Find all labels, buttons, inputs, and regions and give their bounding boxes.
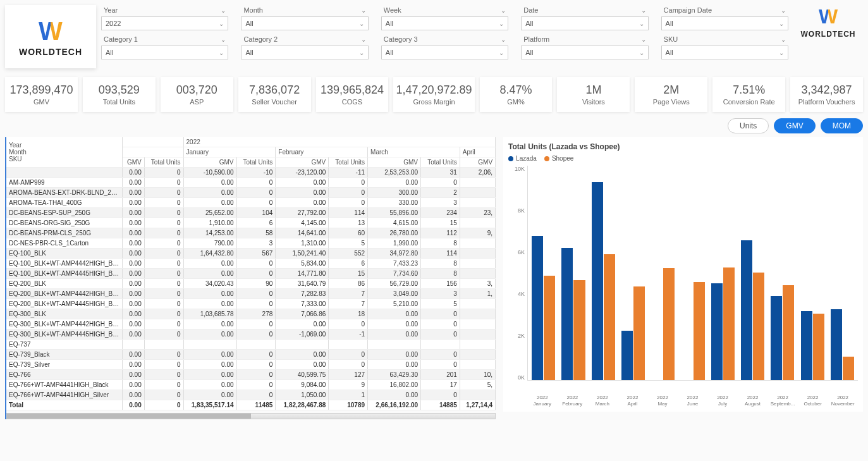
filter-select-platform[interactable]: All⌄ bbox=[521, 46, 648, 59]
toggle-mom[interactable]: MOM bbox=[821, 118, 863, 133]
kpi-value: 1M bbox=[559, 83, 627, 97]
units-chart: Total Units (Lazada vs Shopee) LazadaSho… bbox=[503, 137, 863, 412]
cell-value: 5,210.00 bbox=[368, 299, 421, 309]
cell-value: 16,802.00 bbox=[368, 380, 421, 390]
filter-select-sku[interactable]: All⌄ bbox=[661, 46, 788, 59]
filter-select-category 2[interactable]: All⌄ bbox=[241, 46, 368, 59]
x-tick: 2022July bbox=[707, 393, 738, 407]
table-row[interactable]: EQ-200_BLK0.00034,020.439031,640.798656,… bbox=[6, 279, 496, 289]
kpi-label: Gross Margin bbox=[396, 98, 472, 106]
cell-value: 31,640.79 bbox=[276, 279, 329, 289]
table-row[interactable]: DC-BEANS-ORG-SIG_250G0.0001,910.0064,145… bbox=[6, 218, 496, 228]
bar[interactable] bbox=[771, 296, 782, 380]
cell-value: 1,910.00 bbox=[183, 218, 236, 228]
table-row[interactable]: EQ-766+WT-AMP4441HIGH_Silver0.0000.0001,… bbox=[6, 390, 496, 400]
cell-value bbox=[460, 259, 495, 269]
kpi-card: 1,47,20,972.89Gross Margin bbox=[393, 77, 474, 112]
cell-value: 0 bbox=[144, 228, 183, 238]
filter-label: Campaign Date⌄ bbox=[661, 5, 788, 15]
table-row[interactable]: AM-AMP9990.0000.0000.0000.000 bbox=[6, 178, 496, 188]
filter-select-category 1[interactable]: All⌄ bbox=[101, 46, 228, 59]
bar[interactable] bbox=[633, 286, 645, 380]
bar[interactable] bbox=[663, 268, 675, 380]
table-row[interactable]: EQ-7660.0000.00040,599.7512763,429.30201… bbox=[6, 370, 496, 380]
bar[interactable] bbox=[604, 254, 615, 380]
bar[interactable] bbox=[741, 240, 752, 380]
table-row[interactable]: EQ-739_Silver0.0000.0000.0000.000 bbox=[6, 360, 496, 370]
bar-group bbox=[678, 282, 707, 380]
filter-select-campaign date[interactable]: All⌄ bbox=[661, 16, 788, 30]
bar[interactable] bbox=[711, 283, 723, 380]
filter-select-month[interactable]: All⌄ bbox=[241, 16, 368, 30]
table-row[interactable]: EQ-100_BLK0.0001,64,432.805671,50,241.40… bbox=[6, 249, 496, 259]
table-row[interactable]: EQ-300_BLK+WT-AMP4445HIGH_Black0.0000.00… bbox=[6, 329, 496, 340]
cell-value: 0 bbox=[329, 319, 368, 329]
filter-select-year[interactable]: 2022⌄ bbox=[101, 16, 228, 30]
data-table[interactable]: Year Month SKU 2022 January February Mar… bbox=[5, 137, 496, 419]
table-row[interactable]: EQ-300_BLK0.0001,03,685.782787,066.86180… bbox=[6, 309, 496, 319]
table-horizontal-scrollbar[interactable] bbox=[6, 413, 496, 419]
th-sku: SKU bbox=[9, 156, 119, 163]
kpi-label: Visitors bbox=[559, 98, 627, 106]
cell-value: 1,03,685.78 bbox=[183, 309, 236, 319]
cell-value: 90 bbox=[236, 279, 276, 289]
x-tick: 2022November bbox=[828, 393, 858, 407]
bar[interactable] bbox=[843, 357, 854, 380]
bar[interactable] bbox=[694, 282, 705, 380]
table-row[interactable]: DC-NES-PBR-CLS_1Carton0.000790.0031,310.… bbox=[6, 238, 496, 249]
cell-sku: EQ-200_BLK+WT-AMP4442HIGH_Black bbox=[6, 289, 122, 299]
bar[interactable] bbox=[813, 314, 824, 380]
table-row[interactable]: DC-BEANS-ESP-SUP_250G0.00025,652.0010427… bbox=[6, 208, 496, 218]
table-row[interactable]: EQ-737 bbox=[6, 340, 496, 350]
bar[interactable] bbox=[723, 267, 735, 381]
table-row[interactable]: DC-BEANS-PRM-CLS_250G0.00014,253.005814,… bbox=[6, 228, 496, 238]
table-row[interactable]: AROMA-BEANS-EXT-DRK-BLND_250G0.0000.0000… bbox=[6, 188, 496, 198]
bar-group bbox=[649, 268, 677, 380]
cell-value: 0.00 bbox=[122, 218, 144, 228]
filter-select-category 3[interactable]: All⌄ bbox=[381, 46, 508, 59]
filter-select-week[interactable]: All⌄ bbox=[381, 16, 508, 30]
table-row[interactable]: EQ-300_BLK+WT-AMP4442HIGH_Black0.0000.00… bbox=[6, 319, 496, 329]
bar[interactable] bbox=[532, 236, 543, 380]
filter-select-date[interactable]: All⌄ bbox=[521, 16, 648, 30]
kpi-value: 003,720 bbox=[163, 83, 231, 97]
bar[interactable] bbox=[544, 276, 555, 380]
cell-value: 0.00 bbox=[122, 269, 144, 279]
table-row[interactable]: EQ-100_BLK+WT-AMP4445HIGH_Black0.0000.00… bbox=[6, 269, 496, 279]
kpi-card: 003,720ASP bbox=[161, 77, 233, 112]
chevron-down-icon: ⌄ bbox=[499, 49, 504, 56]
cell-value: 300.00 bbox=[368, 188, 421, 198]
cell-value: 58 bbox=[236, 228, 276, 238]
cell-sku: AROMA-BEANS-EXT-DRK-BLND_250G bbox=[6, 188, 122, 198]
toggle-units[interactable]: Units bbox=[728, 118, 769, 133]
table-row[interactable]: EQ-739_Black0.0000.0000.0000.000 bbox=[6, 350, 496, 360]
bar[interactable] bbox=[621, 331, 633, 380]
chevron-down-icon: ⌄ bbox=[219, 20, 224, 27]
cell-value: 0 bbox=[144, 289, 183, 299]
cell-value: 0.00 bbox=[122, 299, 144, 309]
table-row[interactable]: EQ-100_BLK+WT-AMP4442HIGH_Black0.0000.00… bbox=[6, 259, 496, 269]
th-jan: January bbox=[183, 147, 276, 157]
bar-group bbox=[619, 286, 647, 380]
cell-value: 0 bbox=[236, 178, 276, 188]
table-row[interactable]: EQ-200_BLK+WT-AMP4445HIGH_Black0.0000.00… bbox=[6, 299, 496, 309]
bar[interactable] bbox=[783, 285, 794, 380]
cell-value: 0 bbox=[421, 178, 460, 188]
cell-sku: AROMA-TEA-THAI_400G bbox=[6, 198, 122, 208]
bar[interactable] bbox=[801, 311, 812, 380]
cell-sku: EQ-300_BLK+WT-AMP4442HIGH_Black bbox=[6, 319, 122, 329]
bar[interactable] bbox=[592, 182, 603, 380]
table-row[interactable]: EQ-200_BLK+WT-AMP4442HIGH_Black0.0000.00… bbox=[6, 289, 496, 299]
chevron-down-icon: ⌄ bbox=[501, 7, 506, 14]
bar[interactable] bbox=[753, 273, 764, 380]
th-gmv-4: GMV bbox=[460, 157, 495, 168]
table-row[interactable]: 0.000-10,590.00-10-23,120.00-112,53,253.… bbox=[6, 168, 496, 178]
filter-label: Category 3⌄ bbox=[381, 34, 508, 44]
table-row[interactable]: AROMA-TEA-THAI_400G0.0000.0000.000330.00… bbox=[6, 198, 496, 208]
bar[interactable] bbox=[573, 280, 585, 380]
table-row[interactable]: EQ-766+WT-AMP4441HIGH_Black0.0000.0009,0… bbox=[6, 380, 496, 390]
x-tick: 2022April bbox=[618, 393, 648, 407]
bar[interactable] bbox=[561, 248, 573, 380]
bar[interactable] bbox=[831, 309, 842, 380]
toggle-gmv[interactable]: GMV bbox=[774, 118, 815, 133]
